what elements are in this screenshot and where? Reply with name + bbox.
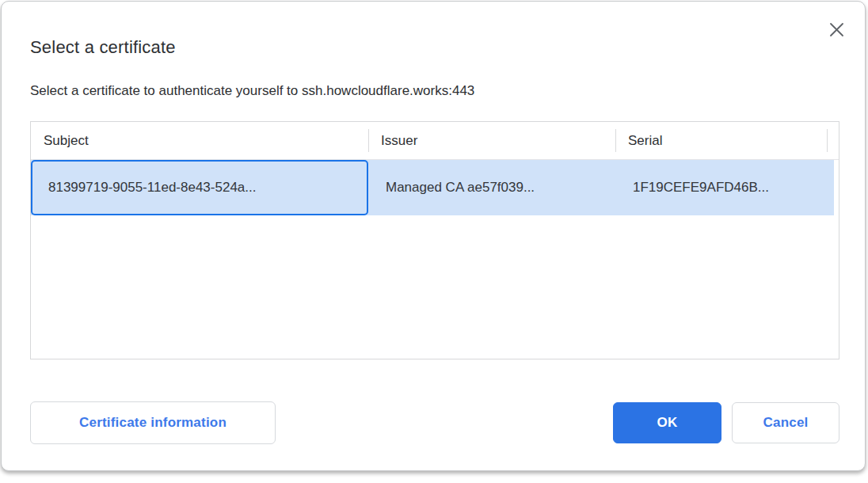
- certificate-row[interactable]: 81399719-9055-11ed-8e43-524a... Managed …: [31, 160, 834, 215]
- certificate-information-button[interactable]: Certificate information: [30, 401, 276, 444]
- certificate-issuer-cell[interactable]: Managed CA ae57f039...: [368, 160, 615, 215]
- certificate-serial-cell[interactable]: 1F19CEFE9AFD46B...: [615, 160, 827, 215]
- certificate-table: Subject Issuer Serial 81399719-9055-11ed…: [30, 121, 839, 359]
- certificate-subject-cell[interactable]: 81399719-9055-11ed-8e43-524a...: [31, 160, 368, 215]
- table-header-gutter: [827, 122, 839, 159]
- column-header-serial[interactable]: Serial: [615, 122, 827, 159]
- close-icon: [829, 22, 844, 37]
- close-button[interactable]: [824, 17, 849, 42]
- dialog-title: Select a certificate: [30, 37, 176, 58]
- cancel-button[interactable]: Cancel: [732, 402, 839, 443]
- table-header-row: Subject Issuer Serial: [31, 122, 839, 160]
- dialog-subtitle: Select a certificate to authenticate you…: [30, 83, 474, 99]
- column-header-issuer[interactable]: Issuer: [368, 122, 615, 159]
- select-certificate-dialog: Select a certificate Select a certificat…: [1, 1, 866, 471]
- column-header-subject[interactable]: Subject: [31, 122, 368, 159]
- ok-button[interactable]: OK: [613, 402, 721, 443]
